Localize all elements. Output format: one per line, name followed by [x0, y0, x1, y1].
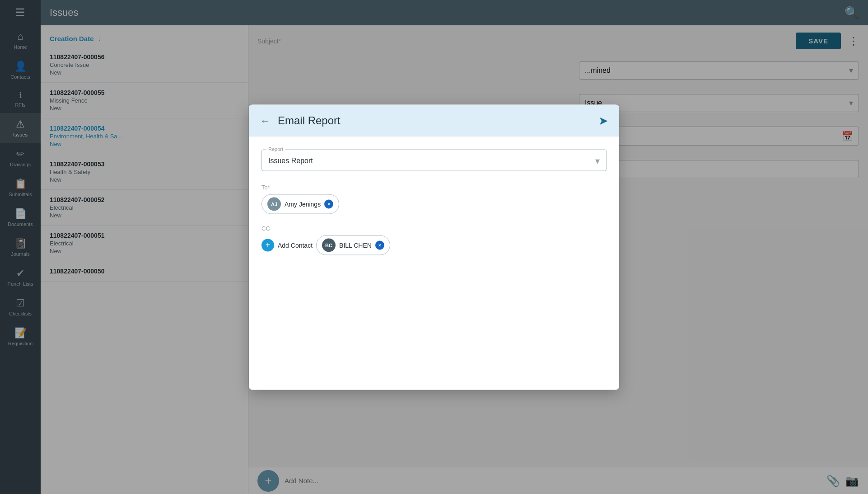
cc-contact-chip: BC BILL CHEN × [316, 235, 390, 255]
to-contact-chip: AJ Amy Jenings × [261, 194, 339, 214]
contact-name: Amy Jenings [285, 200, 321, 207]
avatar: AJ [267, 197, 281, 211]
add-contact-icon: + [261, 239, 274, 251]
remove-contact-icon[interactable]: × [324, 199, 333, 208]
cc-field-group: CC + Add Contact BC BILL CHEN × [261, 225, 607, 255]
cc-contacts-row: + Add Contact BC BILL CHEN × [261, 235, 607, 255]
modal-header: ← Email Report ➤ [249, 104, 619, 136]
to-contacts-row: AJ Amy Jenings × [261, 194, 607, 214]
to-field-group: To* AJ Amy Jenings × [261, 183, 607, 214]
send-button[interactable]: ➤ [598, 113, 608, 127]
email-report-modal: ← Email Report ➤ Report Issues Report ▾ … [249, 104, 619, 390]
cc-label: CC [261, 225, 607, 231]
add-contact-button[interactable]: + Add Contact [261, 239, 313, 251]
report-field[interactable]: Report Issues Report ▾ [261, 149, 607, 171]
report-label: Report [266, 146, 285, 151]
to-label: To* [261, 183, 607, 190]
report-dropdown-arrow-icon: ▾ [595, 155, 600, 166]
add-contact-label: Add Contact [278, 241, 313, 249]
contact-name: BILL CHEN [339, 241, 372, 249]
remove-cc-contact-icon[interactable]: × [375, 240, 384, 249]
back-button[interactable]: ← [260, 114, 271, 127]
report-selected-value: Issues Report [268, 156, 313, 165]
avatar: BC [322, 238, 336, 252]
modal-title: Email Report [278, 114, 591, 127]
report-value: Issues Report ▾ [268, 153, 600, 166]
modal-body: Report Issues Report ▾ To* AJ Amy Jening… [249, 136, 619, 390]
